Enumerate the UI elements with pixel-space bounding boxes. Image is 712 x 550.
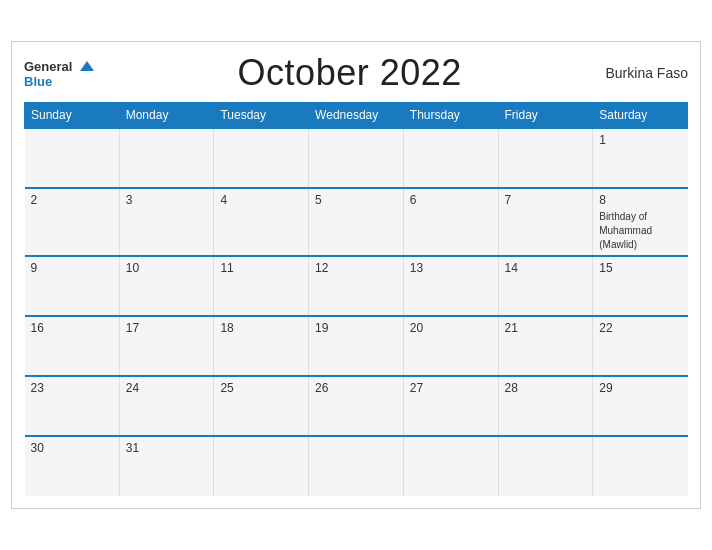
day-number: 21 (505, 321, 587, 335)
calendar-cell (214, 436, 309, 496)
logo-blue-text: Blue (24, 75, 94, 89)
calendar-cell: 5 (309, 188, 404, 256)
calendar-cell: 30 (25, 436, 120, 496)
calendar-cell: 6 (403, 188, 498, 256)
header-monday: Monday (119, 103, 214, 129)
header-saturday: Saturday (593, 103, 688, 129)
day-number: 17 (126, 321, 208, 335)
logo: General Blue (24, 57, 94, 89)
day-number: 2 (31, 193, 113, 207)
calendar-cell (593, 436, 688, 496)
calendar-cell: 16 (25, 316, 120, 376)
calendar-cell (25, 128, 120, 188)
day-number: 13 (410, 261, 492, 275)
day-number: 25 (220, 381, 302, 395)
weekday-header-row: Sunday Monday Tuesday Wednesday Thursday… (25, 103, 688, 129)
day-number: 11 (220, 261, 302, 275)
day-number: 14 (505, 261, 587, 275)
day-number: 26 (315, 381, 397, 395)
calendar-title: October 2022 (238, 52, 462, 94)
calendar-cell (403, 436, 498, 496)
day-number: 19 (315, 321, 397, 335)
calendar-cell: 2 (25, 188, 120, 256)
logo-general-text: General (24, 59, 72, 74)
day-number: 12 (315, 261, 397, 275)
calendar-cell: 12 (309, 256, 404, 316)
calendar-cell: 13 (403, 256, 498, 316)
logo-general: General (24, 57, 94, 75)
event-text: Birthday of Muhammad (Mawlid) (599, 211, 652, 250)
day-number: 28 (505, 381, 587, 395)
day-number: 22 (599, 321, 681, 335)
calendar-cell: 23 (25, 376, 120, 436)
calendar-cell: 24 (119, 376, 214, 436)
day-number: 20 (410, 321, 492, 335)
calendar-week-1: 1 (25, 128, 688, 188)
day-number: 31 (126, 441, 208, 455)
calendar-cell: 18 (214, 316, 309, 376)
day-number: 7 (505, 193, 587, 207)
day-number: 29 (599, 381, 681, 395)
calendar-cell (498, 128, 593, 188)
day-number: 10 (126, 261, 208, 275)
calendar-cell: 31 (119, 436, 214, 496)
day-number: 4 (220, 193, 302, 207)
calendar-cell: 4 (214, 188, 309, 256)
calendar-cell: 29 (593, 376, 688, 436)
day-number: 15 (599, 261, 681, 275)
calendar-cell: 17 (119, 316, 214, 376)
calendar-cell: 7 (498, 188, 593, 256)
day-number: 27 (410, 381, 492, 395)
day-number: 16 (31, 321, 113, 335)
calendar-cell: 28 (498, 376, 593, 436)
calendar-cell (309, 436, 404, 496)
calendar-cell (498, 436, 593, 496)
calendar-week-2: 2345678Birthday of Muhammad (Mawlid) (25, 188, 688, 256)
day-number: 1 (599, 133, 681, 147)
day-number: 23 (31, 381, 113, 395)
header-friday: Friday (498, 103, 593, 129)
calendar-cell (214, 128, 309, 188)
logo-triangle-icon (80, 61, 94, 71)
calendar-week-5: 23242526272829 (25, 376, 688, 436)
calendar-week-4: 16171819202122 (25, 316, 688, 376)
header-tuesday: Tuesday (214, 103, 309, 129)
header-sunday: Sunday (25, 103, 120, 129)
day-number: 18 (220, 321, 302, 335)
calendar-week-3: 9101112131415 (25, 256, 688, 316)
day-number: 3 (126, 193, 208, 207)
calendar-cell (119, 128, 214, 188)
day-number: 5 (315, 193, 397, 207)
calendar-cell (309, 128, 404, 188)
header-thursday: Thursday (403, 103, 498, 129)
calendar-cell: 26 (309, 376, 404, 436)
calendar-cell: 9 (25, 256, 120, 316)
calendar-cell: 1 (593, 128, 688, 188)
calendar-cell: 22 (593, 316, 688, 376)
day-number: 6 (410, 193, 492, 207)
day-number: 24 (126, 381, 208, 395)
calendar-cell: 27 (403, 376, 498, 436)
calendar-cell: 21 (498, 316, 593, 376)
calendar-cell: 25 (214, 376, 309, 436)
calendar-cell: 10 (119, 256, 214, 316)
calendar-cell: 20 (403, 316, 498, 376)
calendar-cell (403, 128, 498, 188)
calendar-cell: 11 (214, 256, 309, 316)
calendar-header: General Blue October 2022 Burkina Faso (24, 52, 688, 94)
day-number: 30 (31, 441, 113, 455)
calendar-cell: 15 (593, 256, 688, 316)
calendar-cell: 14 (498, 256, 593, 316)
calendar-table: Sunday Monday Tuesday Wednesday Thursday… (24, 102, 688, 496)
country-name: Burkina Faso (606, 65, 688, 81)
calendar-cell: 19 (309, 316, 404, 376)
calendar-week-6: 3031 (25, 436, 688, 496)
calendar-cell: 8Birthday of Muhammad (Mawlid) (593, 188, 688, 256)
day-number: 8 (599, 193, 681, 207)
calendar-container: General Blue October 2022 Burkina Faso S… (11, 41, 701, 509)
calendar-cell: 3 (119, 188, 214, 256)
day-number: 9 (31, 261, 113, 275)
header-wednesday: Wednesday (309, 103, 404, 129)
